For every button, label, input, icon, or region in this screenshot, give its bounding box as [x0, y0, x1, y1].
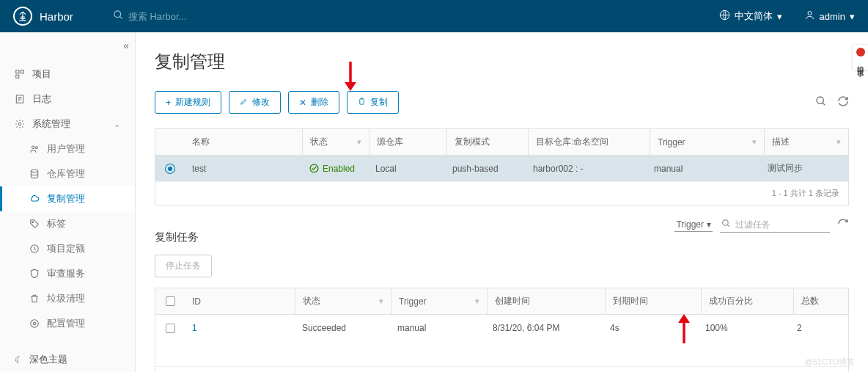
chevron-down-icon: ▾: [707, 219, 711, 230]
cell-mode: push-based: [445, 157, 526, 180]
col-total[interactable]: 总数: [794, 288, 848, 314]
table-row[interactable]: test Enabled Local push-based harbor002 …: [155, 156, 848, 181]
side-badge[interactable]: 给口世事: [852, 44, 868, 70]
filter-icon[interactable]: ▾: [836, 137, 841, 147]
new-rule-button[interactable]: + 新建规则: [155, 91, 221, 114]
cell-name: test: [185, 157, 302, 180]
gear-icon: [15, 119, 25, 129]
svg-point-11: [18, 123, 21, 125]
filter-icon[interactable]: ▾: [752, 137, 757, 147]
moon-icon: ☾: [15, 354, 23, 365]
cell-trigger: manual: [390, 315, 485, 341]
quota-icon: [29, 244, 40, 254]
col-status[interactable]: 状态▾: [295, 288, 391, 314]
refresh-icon[interactable]: [837, 95, 849, 109]
sidebar-item-projects[interactable]: 项目: [0, 62, 135, 87]
button-label: 复制: [370, 96, 388, 109]
sidebar-item-label: 项目: [32, 68, 51, 81]
sidebar-item-labels[interactable]: 标签: [0, 211, 135, 236]
chevron-down-icon: ⌄: [114, 120, 120, 129]
badge-text: 给口世事: [856, 59, 866, 65]
global-search[interactable]: [113, 10, 260, 23]
sidebar-item-replication[interactable]: 复制管理: [0, 186, 135, 211]
sidebar-item-label: 标签: [47, 217, 66, 230]
svg-point-13: [35, 147, 37, 149]
sidebar-item-system-admin[interactable]: 系统管理 ⌄: [0, 112, 135, 136]
trigger-filter-dropdown[interactable]: Trigger ▾: [674, 218, 713, 232]
sidebar-item-logs[interactable]: 日志: [0, 87, 135, 112]
col-created[interactable]: 创建时间: [488, 288, 605, 314]
sidebar-collapse-icon[interactable]: «: [123, 40, 129, 51]
table-row[interactable]: 1 Succeeded manual 8/31/20, 6:04 PM 4s 1…: [155, 315, 848, 341]
sidebar-item-label: 系统管理: [32, 117, 70, 131]
select-all-checkbox[interactable]: [166, 296, 175, 306]
col-name[interactable]: 名称: [185, 129, 302, 155]
col-trigger[interactable]: Trigger▾: [391, 290, 487, 313]
cell-src: Local: [368, 157, 445, 180]
svg-rect-6: [16, 75, 19, 78]
theme-toggle[interactable]: ☾ 深色主题: [15, 353, 67, 366]
col-status[interactable]: 状态▾: [303, 129, 369, 155]
page-title: 复制管理: [155, 50, 849, 73]
row-radio[interactable]: [166, 164, 174, 173]
search-icon: [113, 10, 124, 23]
row-checkbox[interactable]: [166, 324, 175, 333]
sidebar-item-label: 垃圾清理: [47, 292, 85, 305]
tasks-table: ID 状态▾ Trigger▾ 创建时间 到期时间 成功百分比 总数 1 Suc…: [155, 288, 849, 372]
sidebar-item-label: 配置管理: [47, 317, 85, 330]
search-input[interactable]: [128, 11, 260, 22]
task-filter-input[interactable]: [735, 219, 823, 230]
refresh-icon[interactable]: [837, 218, 849, 232]
sidebar-item-label: 审查服务: [47, 267, 85, 280]
replicate-button[interactable]: 复制: [347, 91, 399, 114]
user-icon: [804, 10, 815, 23]
tasks-title: 复制任务: [155, 230, 199, 244]
col-trigger[interactable]: Trigger▾: [650, 131, 764, 154]
col-target[interactable]: 目标仓库:命名空间: [529, 129, 650, 155]
task-filter[interactable]: [720, 217, 830, 233]
search-icon[interactable]: [815, 95, 827, 109]
chevron-down-icon: ▾: [850, 11, 855, 22]
sidebar-item-repo-mgmt[interactable]: 仓库管理: [0, 161, 135, 186]
rules-table: 名称 状态▾ 源仓库 复制模式 目标仓库:命名空间 Trigger▾ 描述▾ t…: [155, 128, 849, 205]
col-mode[interactable]: 复制模式: [447, 129, 528, 155]
shield-icon: [29, 269, 40, 279]
task-id-link[interactable]: 1: [192, 323, 197, 333]
table-header: ID 状态▾ Trigger▾ 创建时间 到期时间 成功百分比 总数: [155, 288, 848, 315]
col-id[interactable]: ID: [185, 290, 295, 313]
col-src[interactable]: 源仓库: [369, 129, 446, 155]
sidebar-item-gc[interactable]: 垃圾清理: [0, 286, 135, 311]
sidebar-item-quota[interactable]: 项目定额: [0, 236, 135, 261]
filter-icon[interactable]: ▾: [379, 296, 383, 306]
tag-icon: [29, 219, 40, 229]
close-icon: ✕: [299, 98, 306, 108]
col-end[interactable]: 到期时间: [606, 288, 701, 314]
filter-icon[interactable]: ▾: [475, 296, 479, 306]
svg-point-17: [33, 322, 36, 325]
language-label: 中文简体: [735, 10, 773, 23]
sidebar-item-config[interactable]: 配置管理: [0, 311, 135, 336]
cell-trigger: manual: [647, 157, 760, 180]
edit-button[interactable]: 修改: [229, 91, 281, 114]
user-menu[interactable]: admin ▾: [804, 10, 855, 23]
svg-point-18: [31, 320, 39, 328]
sidebar-item-scan[interactable]: 审查服务: [0, 261, 135, 286]
col-desc[interactable]: 描述▾: [765, 129, 848, 155]
delete-button[interactable]: ✕ 删除: [288, 91, 339, 114]
svg-point-0: [114, 11, 121, 18]
watermark: @51CTO博客: [805, 357, 855, 368]
svg-point-14: [31, 169, 37, 172]
svg-point-23: [723, 220, 729, 226]
col-succ[interactable]: 成功百分比: [702, 288, 793, 314]
rules-toolbar: + 新建规则 修改 ✕ 删除 复制: [155, 91, 849, 114]
language-switcher[interactable]: 中文简体 ▾: [719, 10, 782, 23]
svg-rect-5: [21, 70, 23, 73]
cell-total: 2: [790, 315, 848, 341]
cell-status: Succeeded: [295, 315, 390, 341]
filter-icon[interactable]: ▾: [357, 137, 361, 147]
settings-icon: [29, 318, 40, 329]
user-label: admin: [820, 11, 845, 22]
sidebar-item-user-mgmt[interactable]: 用户管理: [0, 136, 135, 161]
database-icon: [29, 169, 40, 179]
rules-pager: 1 - 1 共计 1 条记录: [155, 181, 848, 205]
